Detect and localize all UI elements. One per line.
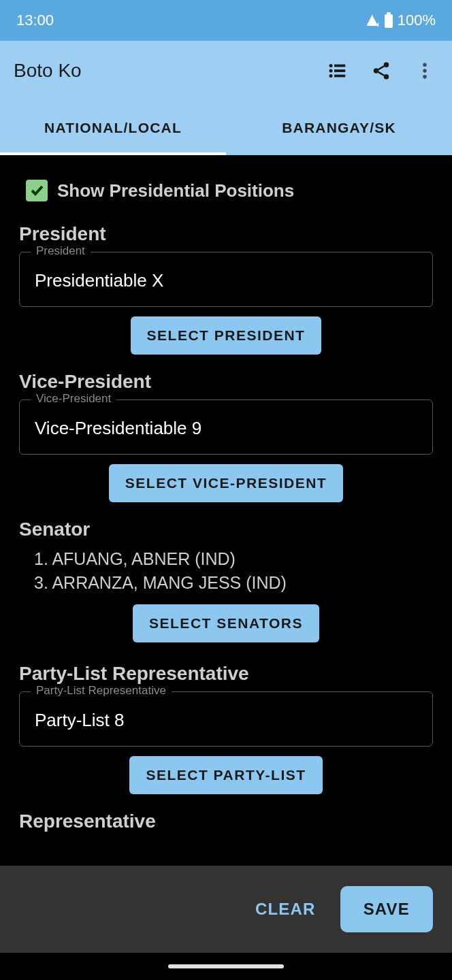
party-list-legend: Party-List Representative: [31, 684, 172, 698]
save-button[interactable]: SAVE: [340, 886, 433, 932]
more-icon[interactable]: [411, 57, 438, 84]
svg-point-4: [329, 69, 333, 73]
svg-rect-3: [334, 65, 345, 67]
vice-president-value: Vice-Presidentiable 9: [35, 418, 417, 439]
senator-title: Senator: [19, 519, 433, 540]
president-field[interactable]: President Presidentiable X: [19, 252, 433, 307]
show-presidential-row[interactable]: Show Presidential Positions: [19, 180, 433, 201]
svg-point-6: [329, 74, 333, 78]
battery-icon: [384, 12, 393, 29]
party-list-value: Party-List 8: [35, 710, 417, 731]
clear-button[interactable]: CLEAR: [255, 900, 316, 919]
select-senators-button[interactable]: SELECT SENATORS: [133, 604, 319, 642]
svg-rect-1: [387, 12, 391, 14]
svg-point-8: [384, 63, 389, 68]
senator-item: 3. ARRANZA, MANG JESS (IND): [34, 571, 433, 595]
battery-percent: 100%: [398, 12, 436, 29]
senator-list: 1. AFUANG, ABNER (IND) 3. ARRANZA, MANG …: [34, 547, 433, 595]
vice-president-section: Vice-President Vice-President Vice-Presi…: [19, 371, 433, 502]
app-bar: Boto Ko: [0, 41, 452, 101]
party-list-title: Party-List Representative: [19, 663, 433, 685]
vice-president-legend: Vice-President: [31, 392, 116, 406]
president-title: President: [19, 223, 433, 245]
app-title: Boto Ko: [14, 60, 324, 82]
senator-item: 1. AFUANG, ABNER (IND): [34, 547, 433, 571]
party-list-section: Party-List Representative Party-List Rep…: [19, 663, 433, 794]
party-list-field[interactable]: Party-List Representative Party-List 8: [19, 691, 433, 747]
nav-bar: [0, 953, 452, 980]
select-vice-president-button[interactable]: SELECT VICE-PRESIDENT: [109, 464, 343, 502]
status-time: 13:00: [16, 12, 54, 29]
vice-president-title: Vice-President: [19, 371, 433, 393]
representative-title: Representative: [19, 811, 433, 832]
svg-point-13: [423, 75, 427, 79]
tab-barangay-sk[interactable]: BARANGAY/SK: [226, 101, 452, 155]
president-section: President President Presidentiable X SEL…: [19, 223, 433, 355]
tab-national-local[interactable]: NATIONAL/LOCAL: [0, 101, 226, 155]
nav-pill[interactable]: [168, 964, 284, 968]
status-right: 100%: [365, 12, 436, 29]
representative-section: Representative: [19, 811, 433, 832]
tabs: NATIONAL/LOCAL BARANGAY/SK: [0, 101, 452, 155]
signal-icon: [365, 13, 380, 28]
svg-point-11: [423, 63, 427, 67]
bottom-bar: CLEAR SAVE: [0, 866, 452, 953]
svg-point-9: [374, 68, 379, 74]
status-bar: 13:00 100%: [0, 0, 452, 41]
list-icon[interactable]: [324, 57, 351, 84]
select-party-list-button[interactable]: SELECT PARTY-LIST: [129, 756, 322, 794]
show-presidential-label: Show Presidential Positions: [57, 180, 294, 201]
svg-rect-5: [334, 69, 345, 72]
svg-rect-7: [334, 75, 345, 78]
show-presidential-checkbox[interactable]: [26, 180, 48, 201]
share-icon[interactable]: [368, 57, 395, 84]
vice-president-field[interactable]: Vice-President Vice-Presidentiable 9: [19, 399, 433, 455]
app-actions: [324, 57, 438, 84]
senator-section: Senator 1. AFUANG, ABNER (IND) 3. ARRANZ…: [19, 519, 433, 642]
svg-point-2: [329, 64, 333, 67]
svg-point-10: [384, 74, 389, 80]
check-icon: [29, 182, 45, 199]
president-legend: President: [31, 244, 91, 258]
svg-rect-0: [385, 14, 393, 28]
president-value: Presidentiable X: [35, 270, 417, 291]
svg-point-12: [423, 69, 427, 73]
select-president-button[interactable]: SELECT PRESIDENT: [131, 316, 322, 355]
content: Show Presidential Positions President Pr…: [0, 155, 452, 866]
